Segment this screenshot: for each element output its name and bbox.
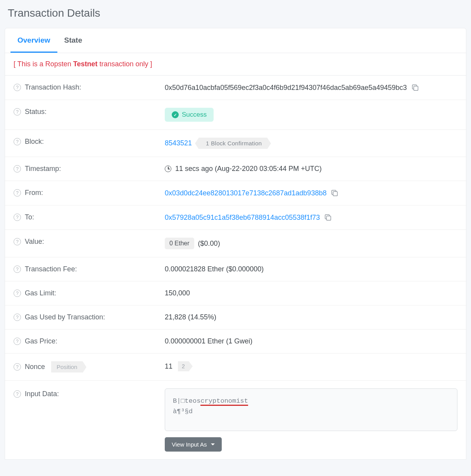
svg-rect-1	[333, 191, 338, 196]
page-title: Transaction Details	[0, 0, 471, 28]
label-gas-limit: Gas Limit:	[25, 289, 56, 297]
row-to: ? To: 0x57928a05c91c1a5f38eb6788914acc05…	[5, 205, 466, 230]
help-icon[interactable]: ?	[14, 165, 21, 172]
label-input-data: Input Data:	[25, 390, 59, 398]
label-timestamp: Timestamp:	[25, 165, 61, 173]
copy-icon[interactable]	[411, 83, 419, 92]
testnet-banner: [ This is a Ropsten Testnet transaction …	[5, 53, 466, 76]
row-status: ? Status: ✓ Success	[5, 100, 466, 130]
label-status: Status:	[25, 108, 47, 116]
block-link[interactable]: 8543521	[165, 139, 192, 147]
nonce-value: 11	[165, 362, 173, 371]
help-icon[interactable]: ?	[14, 390, 21, 398]
help-icon[interactable]: ?	[14, 84, 21, 91]
label-block: Block:	[25, 138, 44, 146]
label-fee: Transaction Fee:	[25, 265, 77, 273]
help-icon[interactable]: ?	[14, 138, 21, 145]
tab-state[interactable]: State	[57, 28, 89, 53]
label-gas-used: Gas Used by Transaction:	[25, 313, 105, 321]
status-text: Success	[182, 111, 207, 119]
row-value: ? Value: 0 Ether ($0.00)	[5, 230, 466, 257]
banner-pre: [ This is a Ropsten	[14, 60, 73, 68]
label-gas-price: Gas Price:	[25, 337, 57, 345]
row-from: ? From: 0x03d0dc24ee828013017e7138c2687a…	[5, 181, 466, 205]
tabs: Overview State	[5, 28, 466, 53]
copy-icon[interactable]	[330, 189, 339, 197]
row-transaction-hash: ? Transaction Hash: 0x50d76a10acbfa05f56…	[5, 76, 466, 100]
row-fee: ? Transaction Fee: 0.000021828 Ether ($0…	[5, 257, 466, 281]
help-icon[interactable]: ?	[14, 238, 21, 245]
view-input-as-label: View Input As	[172, 441, 207, 448]
help-icon[interactable]: ?	[14, 363, 21, 371]
help-icon[interactable]: ?	[14, 314, 21, 321]
input-data-highlight: cryptonomist	[200, 397, 248, 406]
label-to: To:	[25, 213, 34, 221]
label-nonce: Nonce	[25, 363, 45, 371]
row-nonce: ? Nonce Position 11 2	[5, 354, 466, 381]
row-gas-used: ? Gas Used by Transaction: 21,828 (14.55…	[5, 305, 466, 329]
help-icon[interactable]: ?	[14, 266, 21, 273]
label-hash: Transaction Hash:	[25, 83, 81, 91]
banner-post: transaction only ]	[97, 60, 152, 68]
fee-value: 0.000021828 Ether ($0.000000)	[165, 265, 264, 273]
gas-limit-value: 150,000	[165, 289, 190, 297]
banner-bold: Testnet	[73, 60, 98, 68]
label-from: From:	[25, 189, 43, 197]
to-address-link[interactable]: 0x57928a05c91c1a5f38eb6788914acc05538f1f…	[165, 214, 320, 222]
tab-overview[interactable]: Overview	[10, 28, 57, 53]
copy-icon[interactable]	[324, 213, 332, 222]
row-input-data: ? Input Data: B|□teoscryptonomist à¶³§d …	[5, 381, 466, 459]
input-data-box[interactable]: B|□teoscryptonomist à¶³§d	[165, 388, 457, 431]
transaction-card: Overview State [ This is a Ropsten Testn…	[5, 28, 466, 460]
row-block: ? Block: 8543521 1 Block Confirmation	[5, 130, 466, 157]
input-data-line2: à¶³§d	[173, 406, 449, 417]
label-value: Value:	[25, 238, 44, 246]
timestamp-value: 11 secs ago (Aug-22-2020 03:05:44 PM +UT…	[175, 165, 322, 173]
help-icon[interactable]: ?	[14, 108, 21, 116]
help-icon[interactable]: ?	[14, 214, 21, 221]
svg-rect-0	[414, 86, 418, 90]
check-icon: ✓	[172, 111, 179, 118]
svg-rect-2	[327, 216, 331, 220]
from-address-link[interactable]: 0x03d0dc24ee828013017e7138c2687ad1adb938…	[165, 189, 326, 197]
value-usd: ($0.00)	[198, 240, 220, 248]
row-gas-limit: ? Gas Limit: 150,000	[5, 281, 466, 305]
input-data-line1a: B|□teos	[173, 397, 200, 405]
position-value-chip: 2	[178, 361, 189, 371]
row-timestamp: ? Timestamp: 11 secs ago (Aug-22-2020 03…	[5, 157, 466, 181]
value-ether-pill: 0 Ether	[165, 238, 194, 249]
gas-used-value: 21,828 (14.55%)	[165, 313, 216, 321]
chevron-down-icon	[211, 443, 215, 445]
clock-icon	[165, 166, 171, 172]
gas-price-value: 0.000000001 Ether (1 Gwei)	[165, 337, 252, 345]
position-chip: Position	[51, 361, 83, 373]
status-badge: ✓ Success	[165, 108, 214, 122]
row-gas-price: ? Gas Price: 0.000000001 Ether (1 Gwei)	[5, 329, 466, 354]
transaction-hash: 0x50d76a10acbfa05f569ec2f3a0c4f6b9d21f94…	[165, 84, 407, 92]
block-confirmations-chip: 1 Block Confirmation	[199, 138, 267, 149]
help-icon[interactable]: ?	[14, 338, 21, 345]
help-icon[interactable]: ?	[14, 290, 21, 297]
help-icon[interactable]: ?	[14, 189, 21, 197]
view-input-as-button[interactable]: View Input As	[165, 437, 222, 452]
